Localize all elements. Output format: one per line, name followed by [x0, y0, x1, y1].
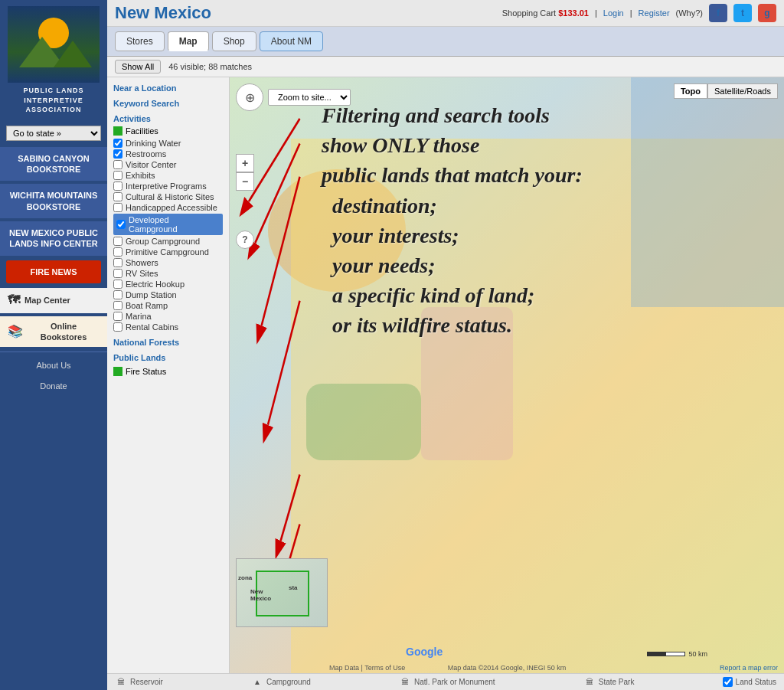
restrooms-filter[interactable]: Restrooms: [113, 149, 223, 159]
twitter-button[interactable]: t: [733, 4, 752, 22]
mini-label-nm: NewMexico: [250, 588, 271, 602]
exhibits-filter[interactable]: Exhibits: [113, 171, 223, 180]
map-navigation-control[interactable]: ⊕: [236, 83, 263, 111]
new-mexico-plic-link[interactable]: NEW MEXICO PUBLIC LANDS INFO CENTER: [0, 221, 107, 256]
legend-national-park: 🏛 Natl. Park or Monument: [399, 678, 495, 687]
developed-campground-filter[interactable]: Developed Campground: [113, 214, 223, 235]
about-us-link[interactable]: About Us: [0, 355, 107, 375]
show-all-button[interactable]: Show All: [115, 60, 161, 74]
zoom-out-button[interactable]: −: [236, 172, 254, 191]
marina-filter[interactable]: Marina: [113, 312, 223, 321]
tab-shop[interactable]: Shop: [212, 31, 256, 51]
terrain-blue: [631, 77, 784, 307]
map-data-copyright: Map data ©2014 Google, INEGI 50 km: [448, 664, 567, 672]
land-status-checkbox[interactable]: [723, 677, 733, 687]
boat-ramp-filter[interactable]: Boat Ramp: [113, 301, 223, 310]
map-center-label: Map Center: [24, 295, 70, 306]
logo-area: PUBLIC LANDS INTERPRETIVE ASSOCIATION: [0, 0, 107, 121]
map-data-link[interactable]: Map Data: [329, 664, 359, 672]
register-link[interactable]: Register: [639, 8, 670, 18]
state-dropdown[interactable]: Go to state »: [6, 126, 101, 141]
legend-campground: ▲ Campground: [251, 678, 311, 687]
rv-sites-checkbox[interactable]: [113, 269, 122, 278]
mini-label-zone: zona: [238, 574, 252, 581]
primitive-campground-filter[interactable]: Primitive Campground: [113, 247, 223, 257]
login-link[interactable]: Login: [603, 8, 624, 18]
activities-header[interactable]: Activities: [113, 114, 223, 123]
satellite-roads-button[interactable]: Satellite/Roads: [707, 83, 778, 99]
developed-campground-checkbox[interactable]: [116, 220, 126, 229]
public-lands-header[interactable]: Public Lands: [113, 353, 223, 362]
keyword-search-header[interactable]: Keyword Search: [113, 99, 223, 108]
national-forests-header[interactable]: National Forests: [113, 338, 223, 347]
showers-filter[interactable]: Showers: [113, 258, 223, 267]
national-park-icon: 🏛: [399, 678, 411, 687]
cart-price: $133.01: [558, 8, 589, 18]
restrooms-checkbox[interactable]: [113, 149, 122, 159]
facebook-button[interactable]: f: [709, 4, 727, 22]
electric-hookup-checkbox[interactable]: [113, 280, 122, 289]
zoom-to-site-select[interactable]: Zoom to site...: [268, 89, 351, 106]
exhibits-checkbox[interactable]: [113, 171, 122, 180]
dump-station-checkbox[interactable]: [113, 290, 122, 299]
electric-hookup-filter[interactable]: Electric Hookup: [113, 280, 223, 289]
handicapped-checkbox[interactable]: [113, 203, 122, 212]
visitor-center-filter[interactable]: Visitor Center: [113, 160, 223, 169]
map-legend-bar: 🏛 Reservoir ▲ Campground 🏛 Natl. Park or…: [107, 673, 784, 690]
dump-station-filter[interactable]: Dump Station: [113, 290, 223, 299]
fire-news-link[interactable]: FIRE NEWS: [6, 260, 101, 283]
tab-about-nm[interactable]: About NM: [260, 31, 323, 51]
topbar: New Mexico Shopping Cart $133.01 | Login…: [107, 0, 784, 27]
interpretive-programs-checkbox[interactable]: [113, 181, 122, 191]
terrain-green: [306, 384, 421, 460]
marina-checkbox[interactable]: [113, 312, 122, 321]
map-center-icon: 🗺: [8, 293, 20, 309]
fire-status-label: Fire Status: [126, 367, 166, 376]
scale-label: 50 km: [688, 650, 707, 658]
interpretive-programs-filter[interactable]: Interpretive Programs: [113, 181, 223, 191]
topo-button[interactable]: Topo: [674, 83, 707, 99]
rv-sites-filter[interactable]: RV Sites: [113, 269, 223, 278]
scale-bar: 50 km: [647, 650, 707, 658]
tab-map[interactable]: Map: [168, 31, 209, 51]
group-campground-filter[interactable]: Group Campground: [113, 237, 223, 246]
group-campground-checkbox[interactable]: [113, 237, 122, 246]
state-park-label: State Park: [599, 678, 635, 686]
cultural-historic-checkbox[interactable]: [113, 192, 122, 201]
tab-stores[interactable]: Stores: [115, 31, 165, 51]
showers-checkbox[interactable]: [113, 258, 122, 267]
content-area: Near a Location Keyword Search Activitie…: [107, 77, 784, 673]
drinking-water-checkbox[interactable]: [113, 139, 122, 148]
drinking-water-filter[interactable]: Drinking Water: [113, 139, 223, 148]
visitor-center-checkbox[interactable]: [113, 160, 122, 169]
map-terms-link[interactable]: Terms of Use: [364, 664, 405, 672]
googleplus-button[interactable]: g: [758, 4, 776, 22]
help-button[interactable]: ?: [236, 231, 254, 249]
cart-label: Shopping Cart: [502, 8, 556, 18]
map-controls-top: ⊕ Zoom to site...: [236, 83, 351, 111]
online-bookstores-link[interactable]: 📚 Online Bookstores: [0, 316, 107, 348]
donate-link[interactable]: Donate: [0, 376, 107, 396]
wichita-mountains-link[interactable]: WICHITA MOUNTAINS BOOKSTORE: [0, 184, 107, 218]
sidebar-divider: [0, 352, 107, 352]
zoom-buttons: + −: [236, 154, 254, 191]
scale-line: [647, 652, 685, 656]
cultural-historic-filter[interactable]: Cultural & Historic Sites: [113, 192, 223, 201]
map-data-label: Map Data | Terms of Use: [329, 664, 405, 672]
rental-cabins-checkbox[interactable]: [113, 322, 122, 332]
zoom-in-button[interactable]: +: [236, 154, 254, 172]
report-map-error-link[interactable]: Report a map error: [720, 664, 778, 672]
state-select-container[interactable]: Go to state »: [6, 126, 101, 141]
sabino-canyon-link[interactable]: SABINO CANYON BOOKSTORE: [0, 147, 107, 181]
handicapped-filter[interactable]: Handicapped Accessible: [113, 203, 223, 212]
map-center-link[interactable]: 🗺 Map Center: [0, 288, 107, 313]
rental-cabins-filter[interactable]: Rental Cabins: [113, 322, 223, 332]
map-area[interactable]: Filtering and search tools show ONLY tho…: [230, 77, 784, 673]
national-park-label: Natl. Park or Monument: [414, 678, 495, 686]
why-label: (Why?): [676, 8, 703, 18]
mini-label-sta: sta: [289, 584, 298, 591]
boat-ramp-checkbox[interactable]: [113, 301, 122, 310]
primitive-campground-checkbox[interactable]: [113, 247, 122, 257]
near-location-header[interactable]: Near a Location: [113, 83, 223, 93]
legend-state-park: 🏛 State Park: [583, 678, 635, 687]
